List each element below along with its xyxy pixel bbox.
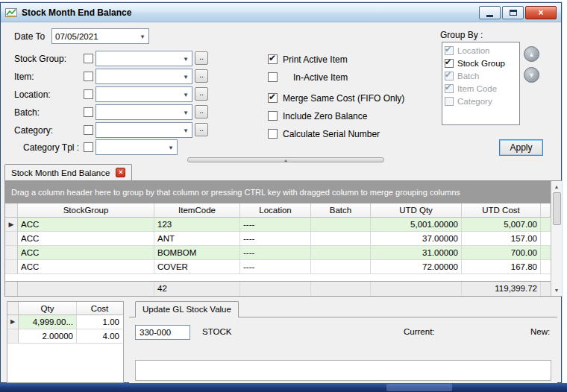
- current-row-indicator: ▶: [7, 315, 19, 329]
- gl-new-label: New:: [530, 327, 550, 336]
- table-row[interactable]: ACC BOMBOM ---- 31.00000 700.00: [5, 246, 551, 260]
- current-row-indicator: ▶: [5, 218, 18, 232]
- column-header-location[interactable]: Location: [240, 203, 311, 218]
- option-inactive-item[interactable]: In-Active Item: [268, 72, 348, 83]
- column-header-stockgroup[interactable]: StockGroup: [18, 203, 154, 218]
- category-combobox[interactable]: ▾: [95, 122, 192, 138]
- tab-update-gl-stock-value[interactable]: Update GL Stock Value: [135, 301, 239, 317]
- apply-button[interactable]: Apply: [499, 139, 543, 156]
- location-combobox[interactable]: ▾: [95, 86, 192, 102]
- taskbar-item[interactable]: [386, 384, 452, 391]
- option-print-active-item[interactable]: Print Active Item: [268, 54, 348, 65]
- scroll-thumb[interactable]: [553, 192, 561, 225]
- gl-current-label: Current:: [404, 327, 435, 336]
- chevron-down-icon[interactable]: ▾: [180, 55, 192, 63]
- batch-browse-button[interactable]: ..: [195, 105, 208, 118]
- move-down-button[interactable]: ▼: [524, 67, 539, 83]
- group-by-stock-group-checkbox[interactable]: [445, 59, 454, 68]
- group-by-list: Location Stock Group Batch Item Code Cat…: [442, 42, 520, 125]
- filter-row-category: Category: ▾ ..: [1, 122, 225, 139]
- stock-group-combobox[interactable]: ▾: [95, 51, 192, 66]
- group-by-item-category[interactable]: Category: [442, 95, 519, 107]
- app-icon: [5, 7, 17, 19]
- scroll-up-icon[interactable]: ▲: [551, 181, 562, 192]
- option-calculate-serial-number[interactable]: Calculate Serial Number: [268, 128, 380, 139]
- maximize-button[interactable]: [502, 6, 524, 19]
- group-by-category-checkbox[interactable]: [445, 97, 454, 106]
- window-controls: ×: [477, 6, 557, 19]
- scroll-down-icon[interactable]: ▼: [551, 285, 562, 296]
- gl-value-box: [135, 360, 551, 381]
- column-header-utd-cost[interactable]: UTD Cost: [462, 203, 541, 218]
- fifo-detail-grid: Qty Cost ▶ 4,999.00... 1.00 2.00000 4.00: [7, 301, 124, 383]
- date-to-combobox[interactable]: 07/05/2021 ▾: [51, 28, 149, 44]
- chevron-down-icon[interactable]: ▾: [137, 33, 148, 40]
- group-by-location-checkbox[interactable]: [445, 46, 454, 55]
- group-by-item-batch[interactable]: Batch: [442, 69, 519, 82]
- column-header-cost[interactable]: Cost: [77, 302, 122, 315]
- group-by-item-code-checkbox[interactable]: [445, 84, 454, 93]
- close-button[interactable]: ×: [525, 6, 557, 19]
- group-by-label: Group By :: [440, 30, 483, 40]
- inactive-item-checkbox[interactable]: [268, 72, 278, 82]
- row-indicator: [5, 246, 18, 260]
- include-zero-balance-checkbox[interactable]: [268, 111, 278, 121]
- item-browse-button[interactable]: ..: [195, 69, 208, 83]
- category-tpl-combobox[interactable]: ▾: [95, 139, 178, 155]
- batch-checkbox[interactable]: [84, 107, 93, 117]
- group-by-item-location[interactable]: Location: [442, 44, 519, 57]
- print-active-item-checkbox[interactable]: [268, 54, 278, 64]
- tab-close-button[interactable]: ×: [116, 168, 125, 177]
- gl-account-field[interactable]: 330-000: [135, 325, 190, 340]
- option-merge-same-cost[interactable]: Merge Same Cost (FIFO Only): [268, 92, 404, 104]
- table-row[interactable]: ACC COVER ---- 72.00000 167.80: [5, 260, 551, 274]
- stock-group-browse-button[interactable]: ..: [195, 51, 208, 65]
- group-by-batch-checkbox[interactable]: [445, 72, 454, 80]
- tab-stock-month-end-balance[interactable]: Stock Month End Balance ×: [4, 164, 132, 180]
- app-window: Stock Month End Balance × Date To 07/05/…: [0, 2, 562, 383]
- filter-row-stock-group: Stock Group: ▾ ..: [1, 51, 225, 67]
- move-up-button[interactable]: ▲: [524, 46, 539, 62]
- table-row[interactable]: ACC ANT ---- 37.00000 157.00: [5, 232, 551, 246]
- splitter-handle[interactable]: ▴: [187, 157, 384, 162]
- minimize-button[interactable]: [479, 6, 501, 19]
- category-browse-button[interactable]: ..: [195, 123, 208, 136]
- window-title: Stock Month End Balance: [22, 7, 477, 18]
- item-combobox[interactable]: ▾: [95, 69, 192, 84]
- location-label: Location:: [14, 89, 51, 100]
- batch-combobox[interactable]: ▾: [95, 104, 192, 120]
- chevron-down-icon[interactable]: ▾: [180, 73, 192, 80]
- calculate-serial-number-checkbox[interactable]: [268, 129, 278, 139]
- column-header-utd-qty[interactable]: UTD Qty: [371, 203, 462, 218]
- list-item[interactable]: 2.00000 4.00: [7, 329, 123, 344]
- item-label: Item:: [14, 72, 34, 82]
- chevron-down-icon[interactable]: ▾: [180, 91, 192, 98]
- grid-footer-row: 42 119,399.72: [5, 281, 551, 296]
- option-include-zero-balance[interactable]: Include Zero Balance: [268, 110, 367, 121]
- group-by-item-stock-group[interactable]: Stock Group: [442, 57, 519, 69]
- gl-account-name: STOCK: [202, 327, 231, 336]
- column-header-qty[interactable]: Qty: [19, 302, 77, 315]
- batch-label: Batch:: [14, 107, 40, 118]
- title-bar[interactable]: Stock Month End Balance ×: [1, 3, 561, 22]
- chevron-down-icon[interactable]: ▾: [165, 144, 177, 151]
- location-checkbox[interactable]: [84, 89, 93, 99]
- grid-vertical-scrollbar[interactable]: ▲ ▼: [551, 181, 562, 296]
- group-by-drop-zone[interactable]: Drag a column header here to group by th…: [5, 181, 551, 203]
- stock-group-checkbox[interactable]: [84, 54, 93, 63]
- column-header-batch[interactable]: Batch: [311, 203, 371, 218]
- client-area: Date To 07/05/2021 ▾ Stock Group: ▾ .. I…: [1, 22, 561, 382]
- list-item[interactable]: ▶ 4,999.00... 1.00: [7, 315, 123, 329]
- maximize-icon: [510, 10, 517, 16]
- arrow-up-icon: ▲: [528, 51, 535, 58]
- location-browse-button[interactable]: ..: [195, 87, 208, 101]
- chevron-down-icon[interactable]: ▾: [180, 109, 192, 116]
- merge-same-cost-checkbox[interactable]: [268, 93, 278, 103]
- chevron-down-icon[interactable]: ▾: [180, 127, 192, 134]
- group-by-item-item-code[interactable]: Item Code: [442, 82, 519, 95]
- item-checkbox[interactable]: [84, 72, 93, 81]
- table-row[interactable]: ▶ ACC 123 ---- 5,001.00000 5,007.00: [5, 218, 551, 232]
- category-checkbox[interactable]: [84, 125, 93, 135]
- category-tpl-checkbox[interactable]: [84, 142, 93, 152]
- column-header-itemcode[interactable]: ItemCode: [154, 203, 240, 218]
